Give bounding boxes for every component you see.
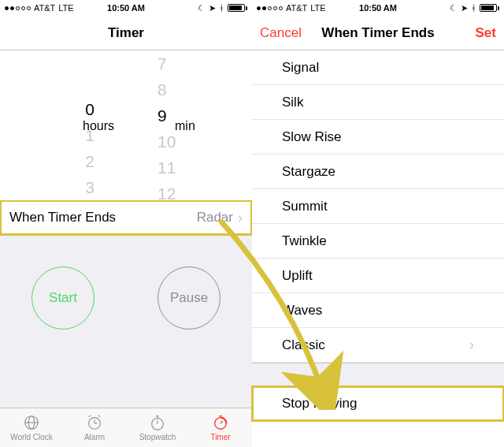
hours-column[interactable]: 0 1 2 3 xyxy=(0,50,142,200)
tab-alarm[interactable]: Alarm xyxy=(63,408,126,447)
nav-bar: Timer xyxy=(0,16,252,50)
list-item[interactable]: Slow Rise xyxy=(252,120,504,155)
stopwatch-icon xyxy=(148,414,167,431)
start-button[interactable]: Start xyxy=(32,266,94,330)
when-timer-ends-screen: AT&T LTE 10:50 AM ☾ ➤ ᚼ Cancel When Time… xyxy=(252,0,504,447)
timer-screen: AT&T LTE 10:50 AM ☾ ➤ ᚼ Timer 0 1 2 3 7 … xyxy=(0,0,252,447)
svg-line-6 xyxy=(89,415,91,417)
tab-world-clock[interactable]: World Clock xyxy=(0,408,63,447)
list-item[interactable]: Silk xyxy=(252,85,504,120)
hours-unit-label: hours xyxy=(83,119,114,133)
minutes-selected: 9 xyxy=(158,102,167,129)
list-item[interactable]: Uplift xyxy=(252,259,504,293)
svg-point-8 xyxy=(152,419,164,430)
page-title: Timer xyxy=(108,25,144,41)
battery-icon xyxy=(228,4,247,12)
chevron-right-icon: › xyxy=(238,210,243,226)
time-picker[interactable]: 0 1 2 3 7 8 9 10 11 12 hours min xyxy=(0,50,252,200)
list-item[interactable]: Waves xyxy=(252,293,504,328)
list-item[interactable]: Twinkle xyxy=(252,224,504,259)
status-bar: AT&T LTE 10:50 AM ☾ ➤ ᚼ xyxy=(0,0,252,16)
set-button[interactable]: Set xyxy=(468,16,504,50)
list-item[interactable]: Stargaze xyxy=(252,155,504,189)
alarm-icon xyxy=(85,414,104,431)
stop-playing-row[interactable]: Stop Playing xyxy=(252,386,504,421)
svg-line-13 xyxy=(220,421,223,423)
chevron-right-icon: › xyxy=(469,337,474,353)
min-unit-label: min xyxy=(175,119,195,133)
svg-line-7 xyxy=(98,415,101,417)
battery-icon xyxy=(480,4,499,12)
tab-stopwatch[interactable]: Stopwatch xyxy=(126,408,189,447)
timer-buttons-area: Start Pause xyxy=(0,235,252,408)
status-time: 10:50 AM xyxy=(0,3,252,13)
list-item[interactable]: Signal xyxy=(252,50,504,85)
list-item-classic[interactable]: Classic › xyxy=(252,328,504,363)
timer-icon xyxy=(211,414,230,431)
pause-button[interactable]: Pause xyxy=(158,266,220,330)
sounds-list: Signal Silk Slow Rise Stargaze Summit Tw… xyxy=(252,50,504,363)
globe-icon xyxy=(22,414,41,431)
tab-timer[interactable]: Timer xyxy=(189,408,252,447)
minutes-column[interactable]: 7 8 9 10 11 12 xyxy=(142,50,252,200)
page-title: When Timer Ends xyxy=(321,25,434,41)
cancel-button[interactable]: Cancel xyxy=(252,16,309,50)
when-timer-ends-label: When Timer Ends xyxy=(9,210,116,225)
when-timer-ends-row[interactable]: When Timer Ends Radar › xyxy=(0,200,252,235)
status-time: 10:50 AM xyxy=(252,3,504,13)
nav-bar: Cancel When Timer Ends Set xyxy=(252,16,504,50)
list-item[interactable]: Summit xyxy=(252,189,504,224)
tab-bar: World Clock Alarm Stopwatch Timer xyxy=(0,408,252,447)
when-timer-ends-value: Radar xyxy=(197,210,233,225)
status-bar: AT&T LTE 10:50 AM ☾ ➤ ᚼ xyxy=(252,0,504,16)
section-gap xyxy=(252,363,504,386)
